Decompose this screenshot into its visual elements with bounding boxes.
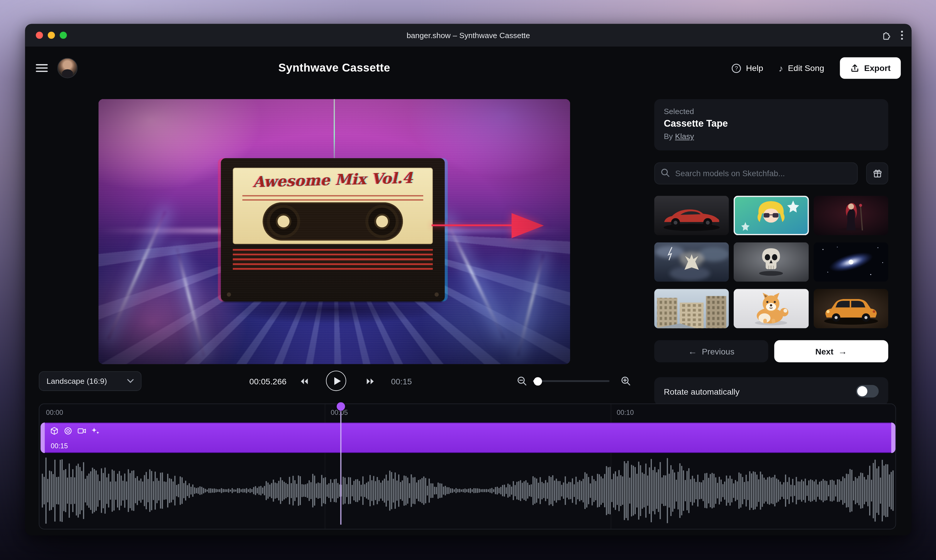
gift-icon	[872, 169, 882, 178]
export-button[interactable]: Export	[840, 57, 901, 78]
chevron-down-icon	[127, 379, 134, 383]
help-button[interactable]: ? Help	[731, 63, 763, 73]
rotate-setting-row: Rotate automatically	[654, 377, 888, 406]
zoom-in-button[interactable]	[619, 371, 633, 391]
fast-forward-icon	[366, 378, 376, 385]
selected-model-card: Selected Cassette Tape By Klasy	[654, 99, 888, 151]
audio-waveform	[40, 455, 895, 526]
window-title: banger.show – Synthwave Cassette	[25, 31, 912, 40]
rotate-toggle[interactable]	[856, 385, 879, 398]
toggle-knob	[857, 386, 867, 396]
play-button[interactable]	[326, 371, 346, 391]
waveform-bars	[42, 458, 894, 524]
avatar-image	[58, 58, 77, 78]
app-header: Synthwave Cassette ? Help ♪ Edit Song Ex…	[25, 47, 912, 90]
clip-trim-start-handle[interactable]	[40, 423, 45, 453]
model-thumbnail-vintage-car[interactable]	[813, 289, 888, 328]
export-label: Export	[864, 63, 891, 73]
vignette-overlay	[99, 99, 570, 364]
model-thumbnail-dark-sorceress[interactable]	[813, 196, 888, 235]
aspect-ratio-value: Landscape (16:9)	[47, 377, 107, 386]
ruler-label: 00:00	[46, 409, 63, 416]
rotate-automatically-label: Rotate automatically	[664, 386, 739, 396]
cube-icon	[50, 427, 58, 435]
sparkles-icon	[91, 427, 100, 435]
model-grid	[654, 196, 888, 328]
anime-girl-image	[734, 196, 809, 235]
spiral-icon	[64, 427, 72, 435]
selected-model-name: Cassette Tape	[664, 118, 879, 129]
arrow-right-icon: →	[838, 347, 847, 356]
playhead-handle[interactable]	[337, 402, 345, 411]
surprise-model-button[interactable]	[866, 162, 888, 185]
puzzle-icon	[881, 30, 891, 41]
help-label: Help	[746, 63, 763, 73]
storm-angel-image	[654, 243, 729, 282]
export-icon	[850, 63, 859, 73]
search-input[interactable]	[654, 162, 858, 185]
zoom-slider-knob[interactable]	[534, 377, 542, 386]
traffic-lights	[36, 24, 67, 46]
minimize-button[interactable]	[48, 32, 55, 39]
video-camera-icon	[78, 427, 86, 435]
byline-prefix: By	[664, 132, 673, 141]
edit-song-button[interactable]: ♪ Edit Song	[779, 63, 824, 73]
help-icon: ?	[731, 63, 741, 73]
close-button[interactable]	[36, 32, 43, 39]
timeline-clip[interactable]: 00:15	[40, 423, 895, 453]
zoom-out-icon	[517, 376, 527, 386]
play-icon	[327, 371, 345, 390]
menu-button[interactable]	[36, 64, 48, 72]
shiba-inu-image	[734, 289, 809, 328]
search-icon	[661, 168, 670, 177]
model-thumbnail-spiral-galaxy[interactable]	[813, 243, 888, 282]
zoom-slider-track	[533, 380, 610, 382]
model-thumbnail-storm-angel[interactable]	[654, 243, 729, 282]
window-titlebar: banger.show – Synthwave Cassette	[25, 24, 912, 46]
model-byline: By Klasy	[664, 132, 879, 141]
spiral-galaxy-image	[813, 243, 888, 282]
titlebar-actions	[881, 24, 903, 46]
timeline-panel: 00:00 00:05 00:10 00:15	[39, 403, 896, 529]
model-thumbnail-city-buildings[interactable]	[654, 289, 729, 328]
zoom-in-icon	[620, 376, 631, 386]
fast-forward-button[interactable]	[362, 371, 380, 391]
clip-trim-end-handle[interactable]	[891, 423, 895, 453]
duration-display: 00:15	[391, 371, 412, 391]
dark-sorceress-image	[813, 196, 888, 235]
zoom-button[interactable]	[60, 32, 67, 39]
red-sports-car-image	[654, 196, 729, 235]
kebab-icon	[901, 31, 903, 40]
app-window: banger.show – Synthwave Cassette Synthwa…	[25, 24, 912, 535]
clip-icons	[50, 427, 100, 435]
skull-image	[734, 243, 809, 282]
stage: banger.show – Synthwave Cassette Synthwa…	[0, 0, 936, 560]
audio-waveform-track[interactable]	[40, 455, 895, 526]
page-title: Synthwave Cassette	[99, 62, 570, 75]
aspect-ratio-select[interactable]: Landscape (16:9)	[39, 371, 141, 391]
ruler-label: 00:10	[617, 409, 634, 416]
header-actions: ? Help ♪ Edit Song Export	[731, 57, 901, 78]
next-button[interactable]: Next →	[774, 340, 888, 362]
model-thumbnail-skull[interactable]	[734, 243, 809, 282]
timeline-ruler[interactable]: 00:00 00:05 00:10	[39, 404, 895, 422]
previous-button[interactable]: ← Previous	[654, 340, 768, 362]
edit-song-label: Edit Song	[788, 63, 824, 73]
user-avatar[interactable]	[57, 58, 77, 78]
model-thumbnail-shiba-inu[interactable]	[734, 289, 809, 328]
rewind-button[interactable]	[295, 371, 313, 391]
model-thumbnail-red-sports-car[interactable]	[654, 196, 729, 235]
model-thumbnail-anime-girl[interactable]	[734, 196, 809, 235]
clip-duration-label: 00:15	[51, 442, 68, 449]
preview-viewport[interactable]: Awesome Mix Vol.4	[99, 99, 570, 364]
selected-label: Selected	[664, 107, 879, 116]
playhead-line	[340, 410, 341, 525]
svg-text:?: ?	[734, 65, 738, 71]
next-label: Next	[815, 346, 833, 356]
zoom-out-button[interactable]	[515, 371, 529, 391]
browser-menu-button[interactable]	[901, 31, 903, 40]
author-link[interactable]: Klasy	[675, 132, 694, 141]
extensions-button[interactable]	[881, 30, 891, 41]
vintage-car-image	[813, 289, 888, 328]
zoom-slider[interactable]	[533, 371, 610, 391]
